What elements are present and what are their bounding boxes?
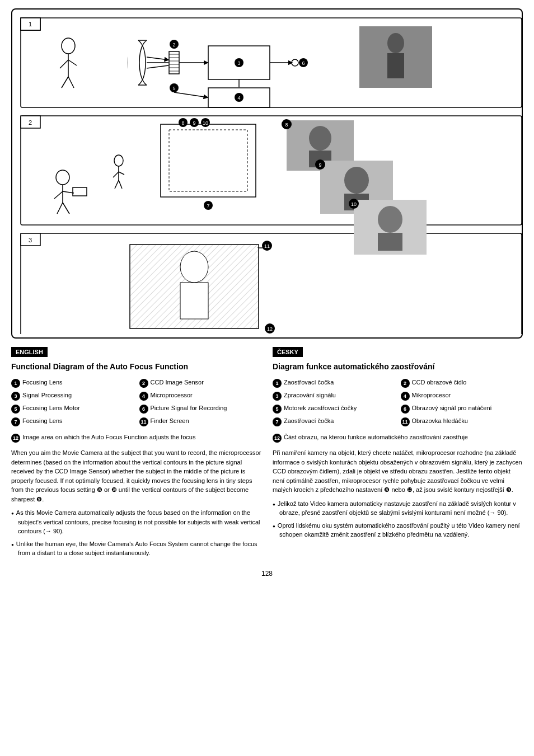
- item-badge-cz-4: 4: [401, 392, 410, 401]
- item-label-2: CCD Image Sensor: [151, 378, 204, 387]
- czech-body-text: Při namiření kamery na objekt, který chc…: [273, 448, 523, 495]
- page: 1: [0, 0, 534, 589]
- english-bullet-list: As this Movie Camera automatically adjus…: [11, 508, 261, 558]
- svg-text:3: 3: [29, 237, 32, 243]
- bullet-item: As this Movie Camera automatically adjus…: [11, 508, 261, 536]
- list-item: 1 Focusing Lens: [11, 377, 134, 389]
- diagram-svg: 1: [18, 15, 527, 334]
- content-columns: ENGLISH Functional Diagram of the Auto F…: [11, 347, 523, 561]
- svg-text:8: 8: [285, 122, 288, 128]
- item-label-5: Focusing Lens Motor: [22, 404, 80, 412]
- svg-line-61: [119, 180, 122, 189]
- item-label-cz-1: Zaostřovací čočka: [284, 378, 334, 387]
- svg-point-3: [62, 38, 75, 54]
- svg-text:10: 10: [351, 201, 357, 207]
- item-label-6: Picture Signal for Recording: [151, 404, 227, 412]
- item-badge-5: 5: [11, 405, 20, 414]
- list-item: 7 Zaostřovací čočka: [273, 416, 395, 428]
- item-badge-cz-12: 12: [273, 434, 282, 443]
- svg-line-52: [63, 191, 74, 193]
- svg-text:5: 5: [172, 86, 175, 91]
- svg-text:9: 9: [318, 162, 321, 168]
- english-column: ENGLISH Functional Diagram of the Auto F…: [11, 347, 261, 561]
- czech-bullet-list: Jelikož tato Video kamera automaticky na…: [273, 499, 523, 539]
- list-item: 2 CCD obrazové čidlo: [401, 377, 523, 389]
- list-item: 7 Focusing Lens: [11, 416, 134, 428]
- item-badge-cz-6: 6: [401, 405, 410, 414]
- item-label-1: Focusing Lens: [22, 378, 63, 387]
- czech-header: ČESKY: [273, 347, 303, 357]
- item-label-4: Microprocessor: [151, 391, 193, 400]
- svg-rect-14: [169, 51, 179, 74]
- item-label-cz-12: Část obrazu, na kterou funkce automatick…: [284, 433, 468, 442]
- svg-rect-62: [161, 124, 256, 197]
- list-item: 11 Finder Screen: [139, 416, 262, 428]
- list-item: 6 Picture Signal for Recording: [139, 403, 262, 415]
- svg-rect-55: [73, 187, 87, 196]
- item-badge-cz-2: 2: [401, 379, 410, 388]
- svg-text:11: 11: [264, 243, 270, 249]
- item-label-cz-4: Mikroprocesor: [412, 391, 451, 400]
- item-badge-2: 2: [139, 379, 148, 388]
- svg-rect-46: [21, 116, 522, 225]
- item-label-cz-5: Motorek zaostřovací čočky: [284, 404, 357, 412]
- svg-text:3: 3: [237, 60, 240, 66]
- svg-line-43: [174, 92, 208, 97]
- svg-line-53: [57, 203, 63, 214]
- list-item: 5 Motorek zaostřovací čočky: [273, 403, 395, 415]
- svg-rect-36: [387, 53, 404, 78]
- svg-rect-63: [169, 130, 247, 191]
- item-badge-cz-11: 11: [401, 417, 410, 426]
- item-badge-11: 11: [139, 417, 148, 426]
- english-title: Functional Diagram of the Auto Focus Fun…: [11, 361, 261, 372]
- svg-text:6: 6: [302, 60, 305, 66]
- item-label-cz-2: CCD obrazové čidlo: [412, 378, 467, 387]
- list-item: 11 Obrazovka hledáčku: [401, 416, 523, 428]
- svg-line-5: [60, 60, 68, 68]
- item-badge-cz-7: 7: [273, 417, 282, 426]
- item-badge-4: 4: [139, 392, 148, 401]
- bullet-item: Unlike the human eye, the Movie Camera's…: [11, 539, 261, 558]
- svg-point-35: [387, 33, 404, 53]
- svg-line-60: [115, 180, 119, 189]
- item-label-12: Image area on which the Auto Focus Funct…: [22, 433, 195, 442]
- item-badge-cz-1: 1: [273, 379, 282, 388]
- item-badge-cz-5: 5: [273, 405, 282, 414]
- item-label-11: Finder Screen: [151, 417, 189, 425]
- svg-line-8: [68, 77, 74, 88]
- list-item: 4 Mikroprocesor: [401, 390, 523, 402]
- list-item: 4 Microprocessor: [139, 390, 262, 402]
- item-badge-6: 6: [139, 405, 148, 414]
- svg-point-86: [378, 206, 402, 233]
- svg-text:2: 2: [29, 119, 32, 126]
- list-item: 1 Zaostřovací čočka: [273, 377, 395, 389]
- item-label-cz-6: Obrazový signál pro natáčení: [412, 404, 492, 412]
- svg-line-51: [54, 191, 63, 199]
- diagram-container: 1: [11, 8, 523, 339]
- svg-rect-87: [378, 233, 402, 251]
- bullet-item: Jelikož tato Video kamera automaticky na…: [273, 499, 523, 518]
- svg-point-78: [344, 167, 369, 194]
- svg-rect-94: [180, 283, 208, 319]
- svg-rect-82: [21, 233, 522, 334]
- svg-line-54: [63, 203, 69, 214]
- svg-line-59: [119, 172, 124, 175]
- page-number: 128: [11, 570, 523, 577]
- item-badge-12: 12: [11, 434, 20, 443]
- svg-point-93: [180, 251, 208, 283]
- item-badge-1: 1: [11, 379, 20, 388]
- item-badge-3: 3: [11, 392, 20, 401]
- english-header: ENGLISH: [11, 347, 48, 357]
- svg-point-49: [56, 170, 69, 185]
- svg-text:1: 1: [29, 21, 32, 27]
- svg-text:10: 10: [203, 120, 208, 126]
- list-item: 12 Image area on which the Auto Focus Fu…: [11, 432, 261, 444]
- czech-title: Diagram funkce automatického zaostřování: [273, 361, 523, 372]
- czech-items-grid: 1 Zaostřovací čočka 2 CCD obrazové čidlo…: [273, 377, 523, 428]
- svg-line-58: [113, 172, 119, 177]
- svg-text:7: 7: [207, 203, 209, 209]
- svg-point-73: [309, 126, 331, 151]
- bullet-item: Oproti lidskému oku systém automatického…: [273, 521, 523, 539]
- svg-line-7: [62, 77, 68, 88]
- item-label-7: Focusing Lens: [22, 417, 63, 425]
